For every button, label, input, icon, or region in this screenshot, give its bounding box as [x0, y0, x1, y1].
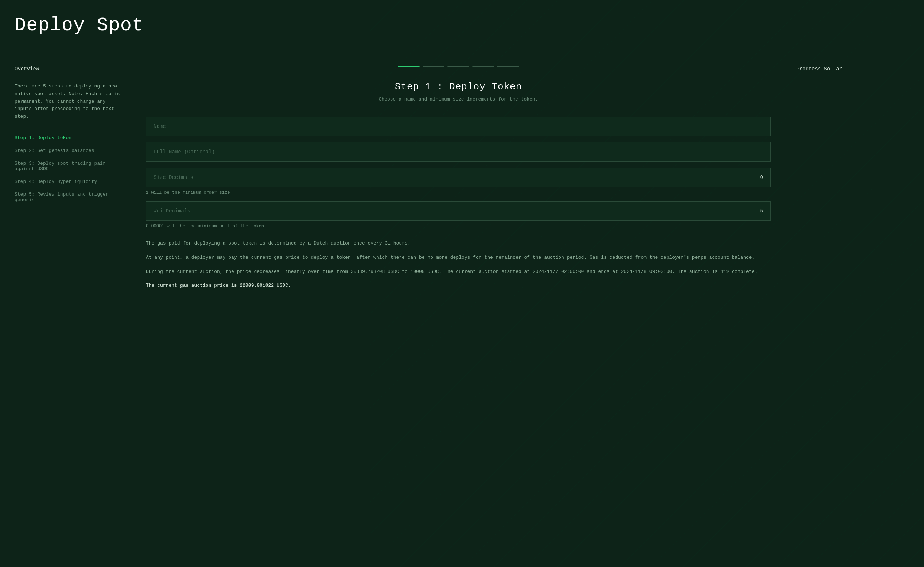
- wei-decimals-wrapper: 5: [146, 201, 771, 221]
- step-dot-2: [423, 66, 445, 67]
- page-title: Deploy Spot: [15, 15, 909, 36]
- step-subheading: Choose a name and minimum size increment…: [146, 97, 771, 102]
- wei-decimals-hint: 0.00001 will be the minimum unit of the …: [146, 224, 771, 229]
- overview-description: There are 5 steps to deploying a new nat…: [15, 83, 120, 121]
- step-list-item-2[interactable]: Step 2: Set genesis balances: [15, 144, 120, 157]
- info-paragraph-2: At any point, a deployer may pay the cur…: [146, 254, 771, 262]
- step-heading: Step 1 : Deploy Token: [146, 81, 771, 92]
- progress-panel: Progress So Far: [786, 58, 909, 83]
- step-list: Step 1: Deploy token Step 2: Set genesis…: [15, 132, 120, 206]
- size-decimals-field-group: 0 1 will be the minimum order size: [146, 168, 771, 195]
- size-decimals-value: 0: [760, 174, 771, 180]
- name-field-group: [146, 117, 771, 136]
- info-paragraph-1: The gas paid for deploying a spot token …: [146, 240, 771, 248]
- wei-decimals-field-group: 5 0.00001 will be the minimum unit of th…: [146, 201, 771, 229]
- progress-so-far-title: Progress So Far: [796, 66, 842, 75]
- size-decimals-wrapper: 0: [146, 168, 771, 187]
- step-list-item-3[interactable]: Step 3: Deploy spot trading pair against…: [15, 157, 120, 175]
- full-name-field-group: [146, 142, 771, 162]
- wei-decimals-input[interactable]: [146, 201, 760, 220]
- size-decimals-hint: 1 will be the minimum order size: [146, 190, 771, 195]
- step-list-item-1[interactable]: Step 1: Deploy token: [15, 132, 120, 144]
- info-paragraph-3: During the current auction, the price de…: [146, 268, 771, 276]
- size-decimals-input[interactable]: [146, 168, 760, 187]
- step-dot-4: [472, 66, 494, 67]
- overview-title: Overview: [15, 66, 39, 75]
- step-dot-3: [448, 66, 469, 67]
- overview-panel: Overview There are 5 steps to deploying …: [15, 58, 131, 206]
- name-input[interactable]: [146, 117, 771, 136]
- center-panel: Step 1 : Deploy Token Choose a name and …: [131, 58, 786, 290]
- step-dot-1: [398, 66, 420, 67]
- step-list-item-5[interactable]: Step 5: Review inputs and trigger genesi…: [15, 188, 120, 206]
- step-dot-5: [497, 66, 519, 67]
- page-wrapper: Deploy Spot Overview There are 5 steps t…: [0, 0, 924, 312]
- step-progress-bar: [146, 58, 771, 81]
- main-layout: Overview There are 5 steps to deploying …: [15, 58, 909, 290]
- info-section: The gas paid for deploying a spot token …: [146, 240, 771, 290]
- step-list-item-4[interactable]: Step 4: Deploy Hyperliquidity: [15, 175, 120, 188]
- info-highlight: The current gas auction price is 22009.0…: [146, 282, 771, 290]
- full-name-input[interactable]: [146, 142, 771, 162]
- wei-decimals-value: 5: [760, 208, 771, 214]
